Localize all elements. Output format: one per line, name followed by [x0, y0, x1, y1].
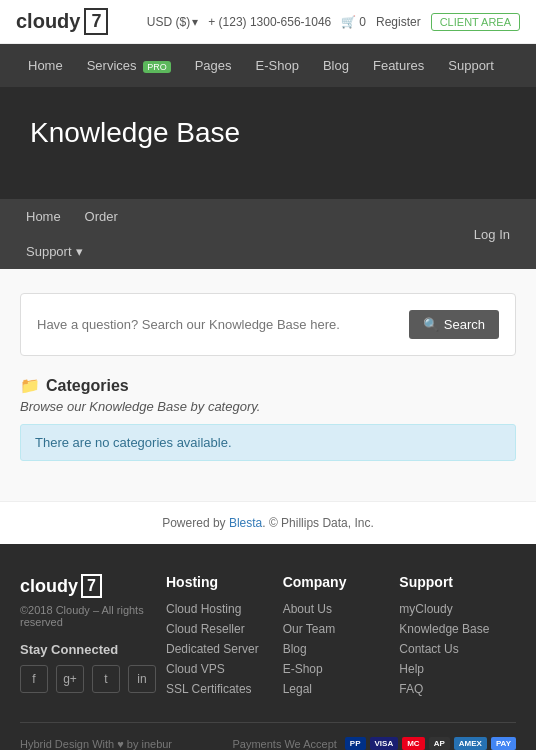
search-icon: 🔍	[423, 317, 439, 332]
footer-logo-box: 7	[81, 574, 102, 598]
breadcrumb-home[interactable]: Home	[16, 199, 71, 234]
payments-section: Payments We Accept PP VISA MC AP AMEX PA…	[232, 737, 516, 750]
footer-contact-us[interactable]: Contact Us	[399, 642, 506, 656]
powered-by: Powered by Blesta. © Phillips Data, Inc.	[0, 501, 536, 544]
client-area-button[interactable]: CLIENT AREA	[431, 13, 520, 31]
no-categories-message: There are no categories available.	[20, 424, 516, 461]
blesta-link[interactable]: Blesta	[229, 516, 262, 530]
footer-copyright: ©2018 Cloudy – All rights reserved	[20, 604, 156, 628]
currency-selector[interactable]: USD ($) ▾	[147, 15, 198, 29]
nav-support[interactable]: Support	[436, 44, 506, 87]
mastercard-icon: MC	[402, 737, 424, 750]
social-icons: f g+ t in	[20, 665, 156, 693]
nav-features[interactable]: Features	[361, 44, 436, 87]
footer-mycloudy[interactable]: myCloudy	[399, 602, 506, 616]
hero-section: Knowledge Base	[0, 87, 536, 199]
logo[interactable]: cloudy 7	[16, 8, 108, 35]
visa-icon: VISA	[370, 737, 399, 750]
paypal-icon: PP	[345, 737, 366, 750]
footer-company-col: Company About Us Our Team Blog E-Shop Le…	[283, 574, 400, 702]
linkedin-icon[interactable]: in	[128, 665, 156, 693]
top-right-actions: USD ($) ▾ + (123) 1300-656-1046 🛒 0 Regi…	[147, 13, 520, 31]
google-plus-icon[interactable]: g+	[56, 665, 84, 693]
footer-support-title: Support	[399, 574, 506, 590]
page-title: Knowledge Base	[30, 117, 506, 149]
search-input[interactable]	[37, 317, 401, 332]
nav-services[interactable]: Services PRO	[75, 44, 183, 87]
nav-blog[interactable]: Blog	[311, 44, 361, 87]
categories-title: Categories	[46, 377, 129, 395]
footer-dedicated-server[interactable]: Dedicated Server	[166, 642, 273, 656]
footer-design-credit: Hybrid Design With ♥ by inebur	[20, 738, 172, 750]
main-content: 🔍 Search 📁 Categories Browse our Knowled…	[0, 269, 536, 501]
footer-company-title: Company	[283, 574, 390, 590]
apple-pay-icon: AP	[429, 737, 450, 750]
logo-box: 7	[84, 8, 108, 35]
footer-company-eshop[interactable]: E-Shop	[283, 662, 390, 676]
categories-subtitle: Browse our Knowledge Base by category.	[20, 399, 516, 414]
chevron-down-icon: ▾	[192, 15, 198, 29]
footer-cloud-hosting[interactable]: Cloud Hosting	[166, 602, 273, 616]
footer-our-team[interactable]: Our Team	[283, 622, 390, 636]
stay-connected-label: Stay Connected	[20, 642, 156, 657]
twitter-icon[interactable]: t	[92, 665, 120, 693]
services-badge: PRO	[143, 61, 171, 73]
footer-faq[interactable]: FAQ	[399, 682, 506, 696]
footer-logo: cloudy 7	[20, 574, 156, 598]
nav-home[interactable]: Home	[16, 44, 75, 87]
footer-cloud-vps[interactable]: Cloud VPS	[166, 662, 273, 676]
top-bar: cloudy 7 USD ($) ▾ + (123) 1300-656-1046…	[0, 0, 536, 44]
footer-hosting-title: Hosting	[166, 574, 273, 590]
chevron-down-icon: ▾	[76, 244, 83, 259]
cart-icon[interactable]: 🛒 0	[341, 15, 366, 29]
payment-icons: PP VISA MC AP AMEX PAY	[345, 737, 516, 750]
register-link[interactable]: Register	[376, 15, 421, 29]
footer-ssl-certificates[interactable]: SSL Certificates	[166, 682, 273, 696]
footer-hosting-col: Hosting Cloud Hosting Cloud Reseller Ded…	[166, 574, 283, 702]
footer-cloud-reseller[interactable]: Cloud Reseller	[166, 622, 273, 636]
footer-legal[interactable]: Legal	[283, 682, 390, 696]
phone-number: + (123) 1300-656-1046	[208, 15, 331, 29]
login-link[interactable]: Log In	[464, 217, 520, 252]
facebook-icon[interactable]: f	[20, 665, 48, 693]
footer-bottom: Hybrid Design With ♥ by inebur Payments …	[20, 722, 516, 750]
footer-company-blog[interactable]: Blog	[283, 642, 390, 656]
gpay-icon: PAY	[491, 737, 516, 750]
nav-eshop[interactable]: E-Shop	[244, 44, 311, 87]
search-button[interactable]: 🔍 Search	[409, 310, 499, 339]
footer-support-col: Support myCloudy Knowledge Base Contact …	[399, 574, 516, 702]
main-nav: Home Services PRO Pages E-Shop Blog Feat…	[0, 44, 536, 87]
payments-label: Payments We Accept	[232, 738, 336, 750]
footer-brand-col: cloudy 7 ©2018 Cloudy – All rights reser…	[20, 574, 166, 702]
search-container: 🔍 Search	[20, 293, 516, 356]
categories-section: 📁 Categories Browse our Knowledge Base b…	[20, 376, 516, 461]
footer: cloudy 7 ©2018 Cloudy – All rights reser…	[0, 544, 536, 750]
folder-icon: 📁	[20, 376, 40, 395]
nav-pages[interactable]: Pages	[183, 44, 244, 87]
breadcrumb-nav: Home Order Support ▾ Log In	[0, 199, 536, 269]
footer-about-us[interactable]: About Us	[283, 602, 390, 616]
breadcrumb-order[interactable]: Order	[75, 199, 128, 234]
amex-icon: AMEX	[454, 737, 487, 750]
footer-help[interactable]: Help	[399, 662, 506, 676]
logo-text: cloudy	[16, 10, 80, 33]
footer-knowledge-base[interactable]: Knowledge Base	[399, 622, 506, 636]
breadcrumb-support-dropdown[interactable]: Support ▾	[16, 234, 128, 269]
